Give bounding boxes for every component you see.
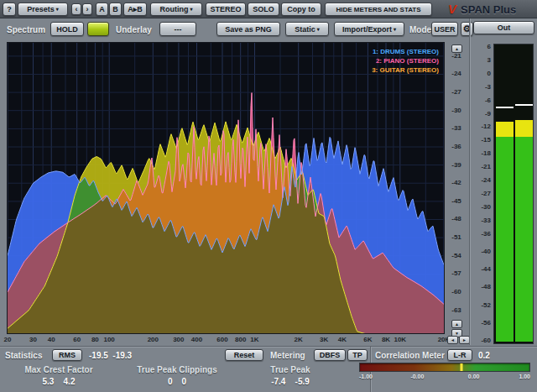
db-tick-label: -48	[446, 215, 467, 222]
freq-tick-label: 80	[91, 336, 99, 343]
freq-tick-label: 2K	[295, 336, 303, 343]
meter-bar-green-segment	[496, 137, 514, 342]
db-scale-up-button[interactable]: ▲	[451, 44, 462, 53]
display-mode-button[interactable]: Static ▾	[285, 22, 329, 36]
dropdown-arrow-icon: ▾	[317, 27, 320, 32]
db-tick-label: -39	[446, 161, 467, 169]
save-png-button[interactable]: Save as PNG	[216, 22, 280, 36]
spectrum-section-label: Spectrum	[7, 25, 45, 34]
db-tick-label: -21	[446, 52, 467, 60]
freq-scroll-left-button[interactable]: ◄	[447, 336, 458, 344]
meter-scale-label: -33	[471, 217, 491, 224]
channel-mode-button[interactable]: STEREO	[206, 3, 246, 16]
routing-button[interactable]: Routing ▾	[150, 3, 202, 16]
freq-tick-label: 1K	[250, 336, 258, 343]
meter-scale-label: -36	[471, 230, 491, 238]
freq-tick-label: 8K	[382, 336, 390, 343]
spectrum-canvas	[8, 43, 444, 333]
hide-meters-stats-button[interactable]: HIDE METERS AND STATS	[325, 3, 432, 16]
db-tick-label: -60	[446, 288, 467, 295]
true-peak-clippings-value: 0 0	[117, 377, 237, 386]
freq-tick-label: 200	[148, 336, 159, 343]
output-meter-panel: Out 630-3-6-9-12-15-18-21-24-27-30-33-36…	[471, 18, 537, 345]
meter-scale-label: -15	[471, 136, 491, 144]
top-toolbar: ? Presets ▾ ‹ › A B A▸B Routing ▾ STEREO…	[0, 0, 537, 18]
max-crest-factor-label: Max Crest Factor	[0, 365, 117, 374]
meter-scale-label: -30	[471, 203, 491, 211]
spectrum-color-led-button[interactable]	[87, 22, 109, 36]
correlation-value: 0.2	[478, 351, 490, 360]
dropdown-arrow-icon: ▾	[56, 7, 59, 12]
meter-scale-label: -12	[471, 123, 491, 130]
correlation-meter-bar[interactable]	[359, 363, 530, 372]
divider	[0, 346, 537, 347]
preset-prev-button[interactable]: ‹	[71, 3, 81, 15]
plugin-title: SPAN Plus	[461, 3, 516, 16]
meter-scale-label: -48	[471, 283, 491, 290]
meter-scale-label: -40	[471, 248, 491, 255]
db-axis: -21-24-27-30-33-36-39-42-45-48-51-54-57-…	[446, 43, 467, 335]
out-meter-title-button[interactable]: Out	[473, 21, 534, 34]
meter-scale-label: -21	[471, 163, 491, 170]
db-scale-shift-up-button[interactable]: ▲	[451, 320, 462, 328]
rms-selector-button[interactable]: RMS	[52, 349, 82, 361]
help-button[interactable]: ?	[3, 3, 16, 16]
dbfs-toggle-button[interactable]: DBFS	[314, 349, 346, 361]
db-tick-label: -24	[446, 70, 467, 77]
freq-tick-label: 600	[216, 336, 227, 343]
meter-scale-label: -18	[471, 149, 491, 157]
meter-scale-label: -27	[471, 190, 491, 197]
freq-tick-label: 4K	[338, 336, 347, 343]
hold-button[interactable]: HOLD	[50, 22, 84, 36]
freq-tick-label: 3K	[320, 336, 328, 343]
import-export-button[interactable]: Import/Export ▾	[334, 22, 404, 36]
meter-scale-label: -24	[471, 176, 491, 184]
solo-button[interactable]: SOLO	[248, 3, 279, 16]
divider	[469, 18, 470, 345]
ab-b-button[interactable]: B	[109, 3, 122, 16]
spectrum-display[interactable]: 1: DRUMS (STEREO)2: PIANO (STEREO)3: GUI…	[7, 42, 445, 334]
true-peak-toggle-button[interactable]: TP	[347, 349, 368, 361]
correlation-marker	[461, 363, 463, 371]
meter-scale-label: 3	[471, 56, 491, 64]
underlay-label: Underlay	[116, 25, 152, 34]
meter-scale-label: -56	[471, 319, 491, 327]
correlation-pair-button[interactable]: L-R	[447, 349, 472, 361]
correlation-meter-section-label: Correlation Meter	[375, 351, 445, 360]
meter-scale-label: -3	[471, 83, 491, 91]
true-peak-clippings-label: True Peak Clippings	[117, 365, 237, 374]
freq-tick-label: 20	[4, 336, 12, 343]
metering-label: Metering	[270, 351, 305, 360]
db-tick-label: -33	[446, 124, 467, 132]
statistics-section-label: Statistics	[5, 351, 42, 360]
output-level-meter[interactable]	[493, 44, 534, 344]
frequency-axis: 20304060801002003004006008001K2K3K4K6K8K…	[8, 336, 445, 345]
copy-to-button[interactable]: Copy to	[281, 3, 321, 16]
a-to-b-copy-button[interactable]: A▸B	[123, 3, 147, 16]
db-tick-label: -45	[446, 197, 467, 205]
correlation-scale: -1.00-0.000.001.00	[359, 374, 530, 382]
freq-tick-label: 6K	[363, 336, 372, 343]
correlation-scale-label: -0.00	[410, 374, 424, 379]
legend-item: 2: PIANO (STEREO)	[372, 56, 439, 65]
meter-scale-label: -60	[471, 337, 491, 344]
freq-tick-label: 800	[235, 336, 246, 343]
db-tick-label: -54	[446, 252, 467, 259]
correlation-scale-label: 1.00	[519, 374, 530, 379]
meter-scale-label: 6	[471, 43, 491, 50]
freq-tick-label: 10K	[394, 336, 406, 343]
freq-tick-label: 60	[73, 336, 81, 343]
routing-label: Routing	[159, 5, 188, 13]
underlay-select-button[interactable]: ---	[159, 22, 196, 36]
meter-scale-label: -6	[471, 97, 491, 104]
preset-next-button[interactable]: ›	[82, 3, 92, 15]
presets-button[interactable]: Presets ▾	[18, 3, 68, 16]
mode-value-button[interactable]: USER	[431, 22, 458, 36]
rms-value: -19.5 -19.3	[89, 351, 132, 360]
voxengo-logo-icon: V	[448, 2, 456, 16]
ab-a-button[interactable]: A	[96, 3, 108, 16]
reset-button[interactable]: Reset	[225, 349, 263, 361]
mode-label: Mode	[409, 25, 431, 34]
import-export-label: Import/Export	[342, 25, 392, 34]
meter-bar-yellow-segment	[515, 120, 533, 137]
